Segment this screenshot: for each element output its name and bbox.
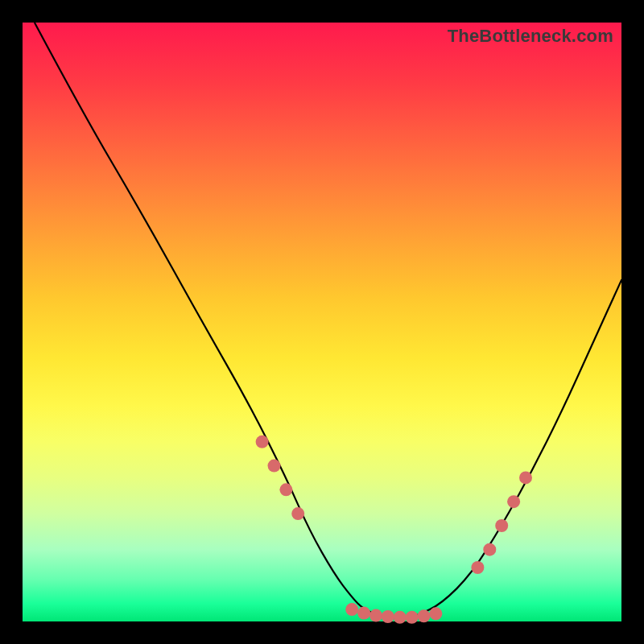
curve-marker <box>345 603 358 616</box>
curve-marker <box>418 609 431 622</box>
curve-marker <box>268 460 281 473</box>
curve-marker <box>483 543 496 556</box>
curve-marker <box>429 607 442 620</box>
curve-marker <box>507 495 520 508</box>
plot-area: TheBottleneck.com <box>23 23 621 621</box>
curve-marker <box>519 471 532 484</box>
curve-layer <box>23 23 621 621</box>
curve-marker <box>291 507 304 520</box>
bottleneck-curve <box>35 23 621 618</box>
curve-marker <box>406 611 419 624</box>
curve-marker <box>394 611 407 624</box>
curve-marker <box>357 607 370 620</box>
curve-marker <box>382 610 394 623</box>
curve-marker <box>471 561 484 574</box>
curve-marker <box>256 436 269 448</box>
curve-marker <box>369 609 382 622</box>
chart-stage: TheBottleneck.com <box>0 0 644 644</box>
marker-group <box>256 436 532 624</box>
curve-marker <box>279 483 292 496</box>
curve-marker <box>495 519 508 532</box>
